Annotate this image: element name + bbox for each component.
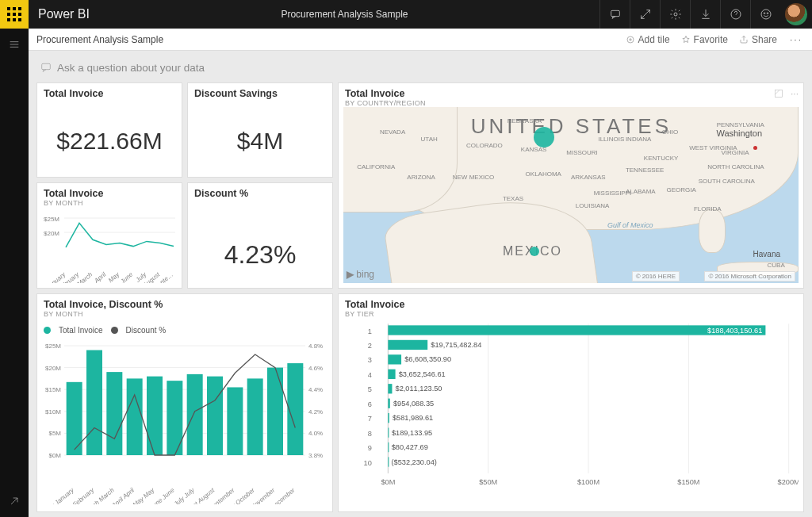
tile-more-button[interactable]: ··· <box>791 88 799 101</box>
notifications-button[interactable] <box>599 0 630 29</box>
svg-rect-55 <box>187 374 203 455</box>
map-bubble-mx[interactable] <box>530 247 539 256</box>
tile-discount-pct-card[interactable]: Discount % 4.23% <box>187 182 333 289</box>
map-state-label: VIRGINIA <box>721 149 749 156</box>
favorite-button[interactable]: Favorite <box>681 34 728 45</box>
svg-text:April: April <box>92 271 107 283</box>
chat-bubble-icon <box>40 61 52 74</box>
map-state-label: LOUISIANA <box>576 202 610 209</box>
user-avatar[interactable] <box>785 3 807 25</box>
hamburger-icon <box>8 38 21 51</box>
map-state-label: COLORADO <box>466 142 503 149</box>
tile-total-invoice-card[interactable]: Total Invoice $221.66M <box>36 82 182 178</box>
svg-text:$581,989.61: $581,989.61 <box>393 414 433 422</box>
svg-text:$0M: $0M <box>48 452 61 459</box>
tile-title: Discount % <box>194 188 326 199</box>
qna-input[interactable]: Ask a question about your data <box>36 57 804 78</box>
download-icon <box>699 8 712 21</box>
fullscreen-button[interactable] <box>630 0 660 29</box>
svg-rect-97 <box>388 457 389 466</box>
map-bubble-us[interactable] <box>534 127 554 147</box>
more-options-button[interactable]: ··· <box>788 34 804 45</box>
svg-text:$3,652,546.61: $3,652,546.61 <box>399 370 446 378</box>
svg-text:3: 3 <box>368 356 372 364</box>
svg-text:4.6%: 4.6% <box>308 365 323 372</box>
map-state-label: TENNESSEE <box>626 167 664 174</box>
share-label: Share <box>752 34 777 45</box>
svg-rect-52 <box>127 378 143 455</box>
map-state-label: MISSOURI <box>566 149 598 156</box>
add-tile-label: Add tile <box>638 34 670 45</box>
tile-invoice-discount-combo[interactable]: Total Invoice, Discount % BY MONTH Total… <box>36 293 333 512</box>
svg-rect-51 <box>106 372 122 455</box>
qna-placeholder: Ask a question about your data <box>57 62 205 74</box>
tile-discount-savings-card[interactable]: Discount Savings $4M <box>187 82 333 178</box>
tile-invoice-by-tier[interactable]: Total Invoice BY TIER $188,403,150.61$19… <box>338 293 804 512</box>
svg-rect-8 <box>18 18 21 21</box>
svg-text:6: 6 <box>368 400 372 408</box>
svg-rect-81 <box>388 340 427 350</box>
map-visual[interactable]: UNITED STATES MEXICO Washington Havana G… <box>343 107 799 283</box>
gear-icon <box>669 8 682 21</box>
svg-text:4.0%: 4.0% <box>308 430 323 437</box>
svg-text:$0M: $0M <box>381 478 395 486</box>
nav-menu-button[interactable] <box>0 33 29 56</box>
feedback-button[interactable] <box>750 0 780 29</box>
download-button[interactable] <box>690 0 720 29</box>
svg-text:$19,715,482.84: $19,715,482.84 <box>431 341 481 349</box>
svg-rect-85 <box>388 370 395 379</box>
tile-invoice-by-country-map[interactable]: Total Invoice BY COUNTRY/REGION ··· UN <box>338 82 804 289</box>
map-water-label: Gulf of Mexico <box>607 221 653 229</box>
svg-text:$5M: $5M <box>48 430 61 437</box>
svg-rect-50 <box>86 350 102 455</box>
svg-rect-0 <box>7 7 10 10</box>
svg-rect-56 <box>207 377 223 455</box>
map-state-label: MISSISSIPPI <box>594 190 632 197</box>
svg-text:4.8%: 4.8% <box>308 343 323 350</box>
svg-text:3.8%: 3.8% <box>308 452 323 459</box>
svg-text:May: May <box>107 270 121 283</box>
svg-text:1: 1 <box>368 327 372 335</box>
svg-text:January January: January January <box>42 486 76 504</box>
tile-subtitle: BY TIER <box>345 310 797 318</box>
map-country-label-cuba: CUBA <box>768 262 785 269</box>
question-icon <box>730 8 742 21</box>
svg-text:8: 8 <box>368 430 372 438</box>
app-launcher-button[interactable] <box>0 0 29 29</box>
svg-text:$50M: $50M <box>479 478 497 486</box>
settings-button[interactable] <box>660 0 690 29</box>
svg-rect-87 <box>388 384 392 393</box>
svg-rect-3 <box>7 13 10 16</box>
smile-icon <box>760 8 772 21</box>
svg-rect-16 <box>42 63 51 69</box>
map-state-label: UTAH <box>421 136 438 143</box>
tile-invoice-by-month-mini[interactable]: Total Invoice BY MONTH $25M $20M January… <box>36 182 182 289</box>
svg-rect-95 <box>388 442 389 452</box>
nav-expand-button[interactable] <box>0 490 29 512</box>
share-button[interactable]: Share <box>739 34 777 45</box>
svg-point-13 <box>764 13 765 14</box>
tile-subtitle: BY MONTH <box>44 199 175 207</box>
svg-rect-1 <box>13 7 16 10</box>
tile-value: $221.66M <box>37 129 182 153</box>
tile-focus-button[interactable] <box>773 88 784 101</box>
svg-text:$20M: $20M <box>44 230 59 237</box>
svg-rect-4 <box>13 13 16 16</box>
svg-text:10: 10 <box>364 459 372 467</box>
mini-line-chart: $25M $20M JanuaryFebruaryMarchAprilMayJu… <box>42 210 177 283</box>
map-state-label: OHIO <box>662 128 678 136</box>
map-credit-here: © 2016 HERE <box>632 271 680 281</box>
dashboard-title: Procurement Analysis Sample <box>36 34 626 45</box>
svg-rect-6 <box>7 18 10 21</box>
help-button[interactable] <box>720 0 750 29</box>
svg-rect-93 <box>388 427 389 437</box>
map-state-label: GEORGIA <box>667 186 696 193</box>
add-tile-button[interactable]: Add tile <box>626 34 670 45</box>
map-city-havana: Havana <box>753 250 780 258</box>
svg-text:$200M: $200M <box>778 478 799 486</box>
svg-rect-91 <box>388 413 389 423</box>
map-state-label: ARKANSAS <box>571 174 606 181</box>
svg-rect-9 <box>611 10 619 16</box>
svg-rect-5 <box>18 13 21 16</box>
map-state-label: KENTUCKY <box>644 155 679 162</box>
